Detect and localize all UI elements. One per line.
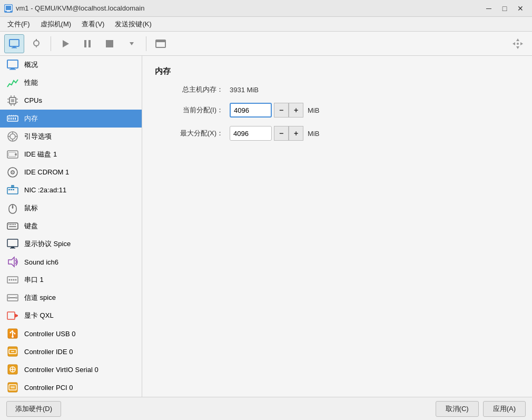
toolbar-stop-button[interactable] [100, 34, 120, 53]
svg-rect-57 [13, 189, 14, 190]
sidebar-item-sound[interactable]: Sound ich6 [0, 253, 142, 271]
sidebar-item-ctrl-virtio[interactable]: Controller VirtIO Serial 0 [0, 361, 142, 379]
sidebar-item-ctrl-usb[interactable]: Controller USB 0 [0, 325, 142, 343]
sidebar-label-ide-disk: IDE 磁盘 1 [24, 150, 57, 159]
svg-rect-71 [11, 247, 14, 248]
sidebar-item-boot[interactable]: 引导选项 [0, 128, 142, 145]
max-increase-button[interactable]: + [289, 126, 303, 141]
main-content: 概况 性能 [0, 56, 532, 397]
svg-rect-4 [12, 47, 17, 48]
sidebar-item-memory[interactable]: 内存 [0, 110, 142, 128]
current-allocation-input[interactable] [230, 103, 272, 118]
sidebar-item-overview[interactable]: 概况 [0, 56, 142, 74]
nic-icon [6, 184, 19, 197]
svg-point-82 [15, 297, 17, 299]
sidebar-item-video[interactable]: 显卡 QXL [0, 307, 142, 325]
sidebar-label-sound: Sound ich6 [24, 258, 58, 266]
svg-rect-55 [8, 189, 10, 190]
sidebar-label-nic: NIC :2a:ad:11 [24, 186, 66, 194]
svg-rect-2 [9, 40, 19, 46]
sidebar-item-display[interactable]: 显示协议 Spice [0, 235, 142, 253]
sidebar-item-ctrl-ide[interactable]: Controller IDE 0 [0, 343, 142, 361]
sidebar-item-serial[interactable]: 串口 1 [0, 271, 142, 289]
svg-point-62 [12, 206, 14, 208]
toolbar-pause-button[interactable] [77, 34, 97, 53]
sidebar-label-ctrl-usb: Controller USB 0 [24, 330, 76, 338]
svg-rect-24 [11, 99, 14, 102]
sidebar-item-ide-cdrom[interactable]: IDE CDROM 1 [0, 163, 142, 181]
window-title: vm1 - QEMU/KVM@localhost.localdomain [16, 4, 481, 12]
svg-point-78 [15, 279, 17, 281]
current-increase-button[interactable]: + [289, 103, 303, 118]
sidebar-label-performance: 性能 [24, 78, 38, 87]
close-button[interactable]: ✕ [513, 2, 528, 15]
total-memory-value: 3931 MiB [230, 86, 259, 94]
svg-rect-34 [8, 118, 9, 120]
svg-rect-66 [12, 224, 13, 225]
current-allocation-row: 当前分配(I)： − + MiB [155, 103, 519, 118]
sidebar-label-memory: 内存 [24, 114, 38, 123]
toolbar-separator-1 [51, 36, 51, 51]
apply-button[interactable]: 应用(A) [483, 401, 526, 417]
total-memory-label: 总主机内存： [155, 85, 223, 94]
svg-rect-3 [13, 46, 16, 47]
sidebar-label-video: 显卡 QXL [24, 311, 54, 320]
sidebar-label-ctrl-pci: Controller PCI 0 [24, 384, 73, 392]
toolbar-console-button[interactable] [151, 34, 171, 53]
window-controls: ─ □ ✕ [481, 2, 528, 15]
svg-point-75 [9, 279, 11, 281]
keyboard-icon [6, 220, 19, 232]
svg-marker-15 [516, 38, 519, 41]
svg-marker-84 [15, 314, 18, 318]
menu-file[interactable]: 文件(F) [2, 17, 35, 31]
maximize-button[interactable]: □ [497, 2, 512, 15]
toolbar-play-button[interactable] [55, 34, 75, 53]
sidebar-item-cpus[interactable]: CPUs [0, 92, 142, 110]
sidebar-item-ctrl-pci[interactable]: Controller PCI 0 [0, 379, 142, 397]
sidebar-item-ide-disk[interactable]: IDE 磁盘 1 [0, 145, 142, 163]
max-allocation-input-group: − + MiB [230, 126, 319, 141]
svg-rect-21 [11, 68, 15, 69]
max-decrease-button[interactable]: − [274, 126, 289, 141]
perf-icon [6, 76, 19, 89]
toolbar-power-button[interactable] [26, 34, 46, 53]
section-title: 内存 [155, 66, 519, 76]
sidebar-item-keyboard[interactable]: 键盘 [0, 217, 142, 235]
sidebar-item-channel[interactable]: 信道 spice [0, 289, 142, 307]
menu-sendkey[interactable]: 发送按键(K) [110, 17, 156, 31]
menu-vm[interactable]: 虚拟机(M) [35, 17, 77, 31]
add-hardware-button[interactable]: 添加硬件(D) [6, 401, 61, 417]
svg-point-90 [14, 333, 16, 335]
sidebar-item-performance[interactable]: 性能 [0, 74, 142, 92]
svg-rect-70 [7, 239, 18, 247]
toolbar-overview-button[interactable] [4, 34, 24, 53]
sidebar-item-nic[interactable]: NIC :2a:ad:11 [0, 181, 142, 199]
sidebar-label-keyboard: 键盘 [24, 221, 38, 231]
svg-point-50 [15, 153, 17, 155]
svg-rect-1 [7, 11, 10, 12]
svg-rect-37 [15, 118, 16, 120]
channel-icon [6, 291, 19, 304]
current-decrease-button[interactable]: − [274, 103, 289, 118]
cancel-button[interactable]: 取消(C) [436, 401, 479, 417]
svg-rect-54 [7, 188, 18, 194]
toolbar-dropdown-button[interactable] [122, 34, 142, 53]
cdrom-icon [6, 166, 19, 179]
sidebar-label-ctrl-ide: Controller IDE 0 [24, 348, 73, 356]
max-allocation-input[interactable] [230, 126, 272, 141]
toolbar-move-button[interactable] [508, 34, 528, 53]
svg-marker-18 [520, 42, 523, 45]
ctrl-ide-icon [6, 345, 19, 358]
sidebar-label-display: 显示协议 Spice [24, 239, 71, 249]
svg-rect-72 [10, 248, 15, 249]
svg-marker-16 [516, 46, 519, 49]
svg-rect-9 [84, 40, 86, 47]
sidebar-item-mouse[interactable]: 鼠标 [0, 199, 142, 217]
svg-rect-65 [10, 224, 11, 225]
menu-view[interactable]: 查看(V) [76, 17, 110, 31]
minimize-button[interactable]: ─ [481, 2, 496, 15]
svg-marker-17 [513, 42, 515, 45]
svg-point-53 [12, 172, 13, 173]
svg-point-5 [34, 41, 39, 46]
svg-rect-35 [11, 118, 12, 120]
